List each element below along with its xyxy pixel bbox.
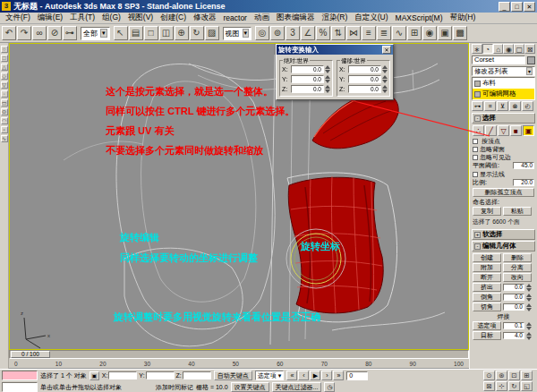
time-configuration-icon[interactable]: ◷ xyxy=(324,382,335,392)
layer-manager-icon[interactable]: ≣ xyxy=(377,26,391,40)
use-pivot-center-icon[interactable]: ◎ xyxy=(255,26,269,40)
reactor-tool-7[interactable]: ▭ xyxy=(1,99,8,107)
menu-item[interactable]: 帮助(H) xyxy=(446,13,479,23)
reactor-tool-10[interactable]: ▫ xyxy=(1,126,8,133)
render-scene-icon[interactable]: ▣ xyxy=(438,26,452,40)
unlink-selection-icon[interactable]: ⊘ xyxy=(47,26,62,40)
selected-dropdown[interactable]: 选定项▾ xyxy=(255,371,285,380)
selection-lock-icon[interactable]: ▣ xyxy=(90,371,99,380)
menu-item[interactable]: 视图(V) xyxy=(124,13,157,23)
value-field[interactable]: 0.0 xyxy=(503,294,524,301)
object-color-swatch[interactable] xyxy=(527,56,535,64)
maxscript-listener-input[interactable] xyxy=(2,382,38,392)
tab-display[interactable]: ▢ xyxy=(514,44,524,54)
edit-geometry-button[interactable]: 倒角 xyxy=(473,293,501,302)
percent-snap-icon[interactable]: % xyxy=(316,26,330,40)
zoom-extents-all-icon[interactable]: ⊞ xyxy=(521,371,533,380)
face-mode-icon[interactable]: ▽ xyxy=(498,125,509,136)
play-icon[interactable]: ▶ xyxy=(310,371,320,380)
angle-snap-icon[interactable]: ∠ xyxy=(301,26,315,40)
menu-item[interactable]: 动画 xyxy=(251,13,273,23)
element-mode-icon[interactable]: ▣ xyxy=(523,125,534,136)
spinner-icon[interactable] xyxy=(382,85,388,93)
track-bar[interactable]: 0102030405060708090100 xyxy=(9,359,469,369)
axis-value-field[interactable]: 0.0 xyxy=(348,75,381,83)
current-frame-field[interactable]: 0 xyxy=(346,371,368,380)
edit-geometry-button[interactable]: 删除 xyxy=(503,253,532,262)
maxscript-mini-listener[interactable] xyxy=(2,371,38,380)
reactor-tool-1[interactable]: ○ xyxy=(1,46,8,53)
configure-modifier-sets-icon[interactable]: ◴ xyxy=(522,101,533,111)
reactor-tool-8[interactable]: ⊙ xyxy=(1,108,8,115)
tab-utilities[interactable]: ⊠ xyxy=(524,44,535,54)
edit-geometry-button[interactable]: 创建 xyxy=(473,253,501,262)
delete-isolated-vertices-button[interactable]: 删除孤立顶点 xyxy=(473,188,534,197)
next-frame-icon[interactable]: › xyxy=(321,371,332,380)
menu-item[interactable]: 文件(F) xyxy=(2,13,34,23)
modifier-list-dropdown[interactable]: 修改器列表 ▾ xyxy=(472,66,535,76)
align-icon[interactable]: ≡ xyxy=(362,26,376,40)
tab-modify[interactable]: ◔ xyxy=(482,44,493,54)
axis-value-field[interactable]: 0.0 xyxy=(291,65,324,73)
time-slider-handle[interactable]: 0 / 100 xyxy=(11,351,50,358)
reference-coordinate-dropdown[interactable]: 视图 ▾ xyxy=(223,27,252,40)
spinner-icon[interactable] xyxy=(526,322,532,330)
paste-button[interactable]: 粘贴 xyxy=(503,207,532,216)
menu-item[interactable]: 图表编辑器 xyxy=(273,13,319,23)
spinner-icon[interactable] xyxy=(526,284,532,292)
show-normals-checkbox[interactable]: 显示法线 xyxy=(473,170,534,178)
window-crossing-icon[interactable]: ◫ xyxy=(159,26,174,40)
value-field[interactable]: 4.0 xyxy=(503,332,524,339)
planar-threshold-field[interactable]: 45.0 xyxy=(513,162,534,169)
reactor-tool-4[interactable]: ◇ xyxy=(1,72,8,80)
spinner-icon[interactable] xyxy=(382,65,388,73)
dialog-close-button[interactable]: ✕ xyxy=(382,46,391,54)
select-object-icon[interactable]: ↖ xyxy=(114,26,128,40)
select-and-manipulate-icon[interactable]: ⊚ xyxy=(270,26,285,40)
show-end-result-icon[interactable]: ≡ xyxy=(484,101,496,111)
reactor-tool-3[interactable]: △ xyxy=(1,64,8,71)
add-time-tag[interactable]: 添加时间标记 xyxy=(156,383,193,392)
time-slider[interactable]: 0 / 100 xyxy=(9,350,469,359)
edit-geometry-button[interactable]: 切角 xyxy=(473,303,501,311)
tab-create[interactable]: ∗ xyxy=(472,44,482,54)
menu-item[interactable]: 工具(T) xyxy=(66,13,98,23)
menu-item[interactable]: MAXScript(M) xyxy=(392,13,447,22)
vertex-mode-icon[interactable]: ∴ xyxy=(473,125,484,136)
key-filters-button[interactable]: 关键点过滤器... xyxy=(272,382,322,392)
zoom-region-icon[interactable]: ⊠ xyxy=(483,381,495,391)
pin-stack-icon[interactable]: ⊶ xyxy=(472,101,483,111)
axis-value-field[interactable]: 0.0 xyxy=(291,75,324,83)
spinner-snap-icon[interactable]: ⇅ xyxy=(331,26,345,40)
quick-render-icon[interactable]: ▩ xyxy=(453,26,467,40)
close-button[interactable]: ✕ xyxy=(524,2,535,12)
spinner-icon[interactable] xyxy=(526,294,532,302)
maximize-viewport-icon[interactable]: ◱ xyxy=(521,381,533,391)
minimize-button[interactable]: _ xyxy=(499,2,510,12)
dialog-title-bar[interactable]: 旋转变换输入 ✕ xyxy=(277,45,393,55)
selection-rollout-header[interactable]: - 选择 xyxy=(472,113,535,124)
object-name-field[interactable]: Corset xyxy=(472,55,525,64)
menu-item[interactable]: 修改器 xyxy=(190,13,220,23)
undo-icon[interactable]: ↶ xyxy=(2,26,16,40)
coordinate-field[interactable] xyxy=(183,371,211,379)
reactor-tool-6[interactable]: ◦ xyxy=(1,90,8,98)
copy-button[interactable]: 复制 xyxy=(473,207,501,216)
edit-geometry-rollout-header[interactable]: - 编辑几何体 xyxy=(472,241,535,251)
remove-modifier-icon[interactable]: ⊗ xyxy=(509,101,521,111)
edge-mode-icon[interactable]: ╱ xyxy=(485,125,497,136)
selection-filter-dropdown[interactable]: 全部 ▾ xyxy=(81,27,110,40)
value-field[interactable]: 0.1 xyxy=(503,322,524,329)
axis-value-field[interactable]: 0.0 xyxy=(348,85,381,93)
spinner-icon[interactable] xyxy=(325,85,330,93)
rectangular-selection-icon[interactable]: □ xyxy=(144,26,158,40)
spinner-icon[interactable] xyxy=(325,65,330,73)
edit-geometry-button[interactable]: 附加 xyxy=(473,263,501,272)
auto-key-button[interactable]: 自动关键点 xyxy=(214,371,252,380)
weld-button[interactable]: 选定项 xyxy=(473,321,501,330)
select-and-move-icon[interactable]: ⊕ xyxy=(175,26,189,40)
select-and-rotate-icon[interactable]: ↻ xyxy=(190,26,204,40)
reactor-tool-11[interactable]: ∿ xyxy=(1,135,8,142)
stack-item-cloth[interactable]: 布料 xyxy=(473,78,534,89)
maximize-button[interactable]: □ xyxy=(511,2,523,12)
